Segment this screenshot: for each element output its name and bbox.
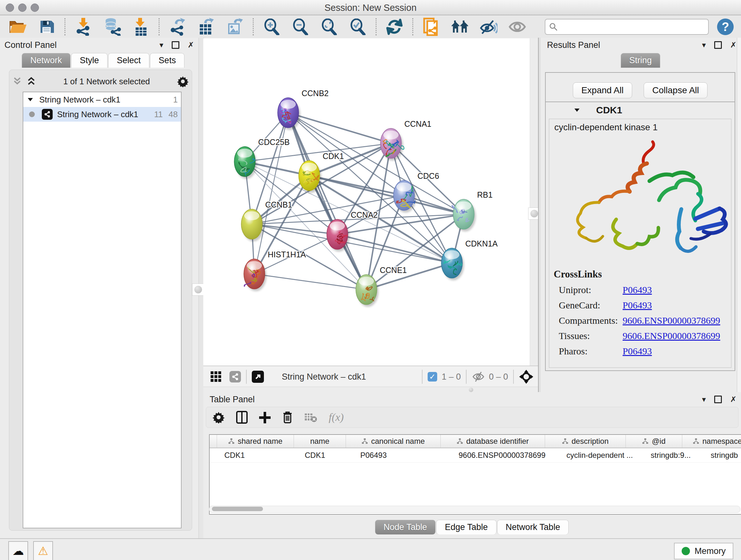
table-horizontal-scrollbar[interactable] (209, 506, 740, 513)
import-table-icon[interactable] (132, 18, 150, 36)
gear-icon[interactable] (177, 76, 189, 87)
warnings-button[interactable]: ⚠ (33, 541, 53, 560)
collapse-all-button[interactable]: Collapse All (644, 82, 708, 98)
panel-menu-icon[interactable]: ▾ (702, 395, 706, 403)
network-node-rb1[interactable]: RB1 (452, 190, 493, 232)
panel-float-icon[interactable] (172, 41, 179, 49)
table-cell[interactable]: stringdb (707, 448, 741, 462)
crosslink-row: Uniprot:P06493 (554, 285, 727, 295)
crosslink-value-link[interactable]: P06493 (623, 300, 652, 311)
hide-eye-icon[interactable] (480, 18, 497, 36)
network-overview-icon[interactable] (229, 371, 241, 382)
import-network-icon[interactable] (74, 18, 92, 36)
tab-node-table[interactable]: Node Table (375, 520, 435, 535)
hidden-eye-icon[interactable] (472, 371, 485, 382)
table-cell[interactable]: cyclin-dependent ... (562, 448, 647, 462)
zoom-fit-icon[interactable] (320, 18, 338, 36)
tab-edge-table[interactable]: Edge Table (436, 520, 496, 535)
table-cell[interactable]: stringdb:9... (647, 448, 707, 462)
expand-all-button[interactable]: Expand All (573, 82, 632, 98)
table-cell[interactable] (210, 448, 220, 462)
tree-expander-icon[interactable] (26, 96, 34, 104)
network-node-cdc25b[interactable]: CDC25B (234, 138, 290, 179)
zoom-in-icon[interactable] (263, 18, 280, 36)
network-node-ccne1[interactable]: CCNE1 (356, 266, 407, 307)
horizontal-splitter[interactable] (203, 387, 538, 392)
selected-count: 1 – 0 (442, 372, 461, 382)
add-column-icon[interactable] (259, 411, 271, 424)
save-session-icon[interactable] (38, 18, 56, 36)
column-header-name[interactable]: name (294, 435, 346, 448)
panel-menu-icon[interactable]: ▾ (702, 41, 706, 49)
results-scrollbar[interactable] (737, 38, 741, 392)
network-view-title: String Network – cdk1 (282, 372, 366, 382)
delete-column-icon[interactable] (282, 411, 293, 424)
detach-view-icon[interactable] (252, 371, 264, 383)
panel-close-icon[interactable]: ✗ (730, 395, 737, 403)
zoom-selected-icon[interactable] (349, 18, 367, 36)
tab-style[interactable]: Style (71, 53, 108, 68)
table-cell[interactable]: 9606.ENSP00000378699 (455, 448, 562, 462)
export-network-icon[interactable] (169, 18, 186, 36)
network-edge-count: 48 (169, 110, 178, 119)
network-canvas[interactable]: CCNB2CCNA1CDC25BCDK1CDC6RB1CCNB1CCNA2CDK… (203, 38, 530, 366)
table-row[interactable]: CDK1CDK1P064939606.ENSP00000378699cyclin… (210, 448, 741, 462)
help-icon[interactable]: ? (717, 18, 734, 35)
clone-network-icon[interactable] (422, 18, 440, 36)
panel-float-icon[interactable] (714, 395, 722, 403)
memory-button[interactable]: Memory (674, 543, 733, 559)
open-session-icon[interactable] (9, 18, 27, 36)
network-node-ccna1[interactable]: CCNA1 (381, 119, 431, 161)
crosslink-value-link[interactable]: P06493 (623, 346, 652, 357)
birdseye-toggle-icon[interactable] (519, 369, 534, 384)
crosslink-value-link[interactable]: 9606.ENSP00000378699 (623, 330, 720, 341)
column-header-namespace[interactable]: namespace (682, 435, 741, 448)
network-edge[interactable] (288, 113, 391, 143)
import-database-icon[interactable] (103, 18, 121, 36)
panel-close-icon[interactable]: ✗ (188, 41, 194, 49)
show-eye-icon[interactable] (509, 18, 526, 36)
main-toolbar: ? (0, 15, 741, 39)
table-cell[interactable]: P06493 (356, 448, 455, 462)
network-vertical-scrollbar[interactable] (530, 38, 538, 366)
column-header-canonical-name[interactable]: canonical name (346, 435, 441, 448)
selected-checkbox-icon[interactable]: ✓ (428, 372, 437, 381)
tab-string[interactable]: String (621, 53, 661, 68)
cloud-button[interactable]: ☁ (8, 541, 28, 560)
panel-menu-icon[interactable]: ▾ (159, 41, 163, 49)
export-image-icon[interactable] (226, 18, 244, 36)
refresh-layout-icon[interactable] (386, 18, 403, 36)
show-columns-icon[interactable] (236, 411, 248, 424)
table-cell[interactable]: CDK1 (301, 448, 356, 462)
network-collection-row[interactable]: String Network – cdk1 1 (23, 92, 181, 107)
left-splitter-handle[interactable] (192, 284, 204, 296)
column-header--id[interactable]: @id (626, 435, 682, 448)
tab-select[interactable]: Select (108, 53, 149, 68)
scrollbar-thumb[interactable] (212, 507, 263, 511)
grid-view-icon[interactable] (208, 368, 224, 386)
zoom-out-icon[interactable] (291, 18, 309, 36)
network-edge[interactable] (366, 263, 452, 290)
crosslink-value-link[interactable]: 9606.ENSP00000378699 (623, 315, 720, 326)
tab-network[interactable]: Network (22, 53, 71, 68)
network-node-cdkn1a[interactable]: CDKN1A (441, 239, 498, 280)
network-row[interactable]: String Network – cdk1 11 48 (23, 107, 181, 122)
tab-network-table[interactable]: Network Table (497, 520, 569, 535)
search-input[interactable] (557, 22, 704, 32)
network-edge[interactable] (288, 113, 366, 290)
show-panels-icon[interactable] (451, 18, 469, 36)
panel-close-icon[interactable]: ✗ (730, 41, 737, 49)
column-header-description[interactable]: description (545, 435, 626, 448)
collapse-all-icon[interactable] (12, 77, 22, 86)
tab-sets[interactable]: Sets (150, 53, 185, 68)
table-cell[interactable]: CDK1 (220, 448, 301, 462)
export-table-icon[interactable] (197, 18, 215, 36)
network-edge[interactable] (254, 274, 366, 290)
entry-collapse-icon[interactable] (573, 106, 581, 114)
expand-all-icon[interactable] (26, 77, 36, 86)
column-header-database-identifier[interactable]: database identifier (441, 435, 545, 448)
panel-float-icon[interactable] (714, 41, 722, 49)
table-settings-gear-icon[interactable] (212, 411, 225, 423)
column-header-shared-name[interactable]: shared name (217, 435, 294, 448)
crosslink-value-link[interactable]: P06493 (623, 285, 652, 295)
